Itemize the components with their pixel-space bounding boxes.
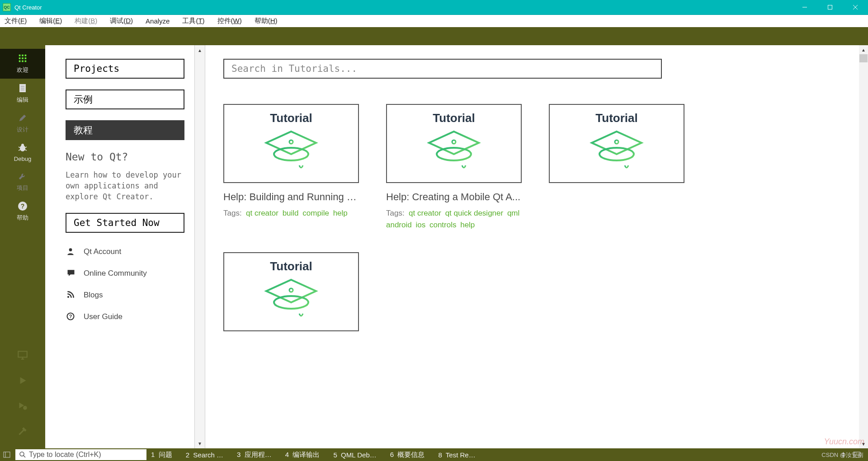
scroll-down-icon[interactable]: ▼ <box>859 439 868 448</box>
svg-rect-1 <box>828 5 832 9</box>
svg-point-38 <box>452 140 456 144</box>
get-started-button[interactable]: Get Started Now <box>66 213 184 233</box>
tag[interactable]: controls <box>429 221 457 229</box>
wrench-icon <box>16 170 29 182</box>
svg-point-18 <box>21 144 24 146</box>
maximize-button[interactable] <box>817 0 843 14</box>
tag[interactable]: android <box>386 221 412 229</box>
menu-F[interactable]: 文件(F) <box>5 17 27 25</box>
welcome-link-blogs[interactable]: Blogs <box>66 284 184 306</box>
svg-rect-11 <box>22 61 24 62</box>
mode-label: 设计 <box>17 126 28 134</box>
svg-point-44 <box>289 288 293 292</box>
tutorial-card[interactable]: Tutorial Help: Creating a Mobile Qt A...… <box>386 104 522 230</box>
svg-text:?: ? <box>69 314 72 320</box>
window-title: Qt Creator <box>14 4 42 11</box>
sidebar-scrollbar[interactable]: ▲ ▼ <box>194 45 205 448</box>
menu-Analyze[interactable]: Analyze <box>146 17 170 25</box>
svg-point-28 <box>23 406 27 410</box>
tutorial-card[interactable]: Tutorial <box>223 252 359 331</box>
output-updown-icon[interactable]: ▲▼ <box>841 452 845 458</box>
tag[interactable]: compile <box>302 209 329 217</box>
close-button[interactable] <box>843 0 868 14</box>
minimize-button[interactable] <box>792 0 817 14</box>
locator-input[interactable]: Type to locate (Ctrl+K) <box>15 449 146 460</box>
play-button[interactable] <box>9 368 36 393</box>
output-pane-1[interactable]: 1 问题 <box>151 451 172 459</box>
welcome-sidebar: Projects示例教程 New to Qt? Learn how to dev… <box>45 45 194 448</box>
output-pane-2[interactable]: 2 Search … <box>186 451 223 459</box>
output-pane-6[interactable]: 6 概要信息 <box>390 451 425 459</box>
welcome-link-user-guide[interactable]: ?User Guide <box>66 306 184 328</box>
tutorial-card[interactable]: Tutorial Help: Building and Running a...… <box>223 104 359 230</box>
scroll-up-icon[interactable]: ▲ <box>195 45 205 55</box>
link-label: Qt Account <box>84 247 121 256</box>
person-icon <box>66 247 78 257</box>
new-to-qt-heading: New to Qt? <box>66 151 184 163</box>
locator-placeholder: Type to locate (Ctrl+K) <box>29 451 101 459</box>
tag[interactable]: qt creator <box>409 209 441 217</box>
welcome-link-qt-account[interactable]: Qt Account <box>66 241 184 263</box>
mode-welcome[interactable]: 欢迎 <box>0 49 45 79</box>
pencil-icon <box>16 112 29 124</box>
svg-line-22 <box>25 150 27 151</box>
menu-E[interactable]: 编辑(E) <box>39 17 62 25</box>
mode-help[interactable]: ?帮助 <box>0 197 45 226</box>
menu-W[interactable]: 控件(W) <box>217 17 242 25</box>
scroll-down-icon[interactable]: ▼ <box>195 438 205 448</box>
mode-rail: 欢迎编辑设计Debug项目?帮助 <box>0 27 45 448</box>
play-bug-button[interactable] <box>9 393 36 419</box>
menu-T[interactable]: 工具(T) <box>182 17 204 25</box>
titlebar: QC Qt Creator <box>0 0 868 14</box>
mode-debug[interactable]: Debug <box>0 138 45 167</box>
tag[interactable]: qml <box>507 209 519 217</box>
tutorials-search-input[interactable]: Search in Tutorials... <box>223 59 662 79</box>
output-pane-3[interactable]: 3 应用程… <box>237 451 272 459</box>
app-icon: QC <box>3 3 11 11</box>
menu-D[interactable]: 调试(D) <box>110 17 133 25</box>
output-pane-5[interactable]: 5 QML Deb… <box>333 451 376 459</box>
question-icon: ? <box>16 200 29 212</box>
hammer-button[interactable] <box>9 419 36 444</box>
tag[interactable]: ios <box>415 221 425 229</box>
svg-line-48 <box>24 456 25 457</box>
menu-B[interactable]: 构建(B) <box>75 17 97 25</box>
toggle-output-button[interactable] <box>850 448 863 461</box>
tag[interactable]: qt creator <box>246 209 278 217</box>
welcome-link-online-community[interactable]: Online Community <box>66 263 184 284</box>
mode-design[interactable]: 设计 <box>0 108 45 138</box>
tutorial-thumb: Tutorial <box>223 252 359 331</box>
scroll-thumb[interactable] <box>859 54 868 62</box>
svg-rect-10 <box>19 61 21 62</box>
svg-line-21 <box>19 150 20 151</box>
tutorials-panel: Search in Tutorials... Tutorial Help: Bu… <box>205 45 859 448</box>
svg-line-19 <box>19 147 20 148</box>
welcome-nav-Projects[interactable]: Projects <box>66 59 184 79</box>
mode-projects[interactable]: 项目 <box>0 167 45 197</box>
main-scrollbar[interactable]: ▲ ▼ <box>859 45 868 448</box>
svg-text:?: ? <box>21 202 25 210</box>
tutorial-card[interactable]: Tutorial <box>549 104 684 230</box>
document-icon <box>16 82 29 94</box>
menu-H[interactable]: 帮助(H) <box>255 17 278 25</box>
toggle-sidebar-button[interactable] <box>0 448 14 461</box>
tutorial-title: Help: Creating a Mobile Qt A... <box>386 191 522 203</box>
scroll-up-icon[interactable]: ▲ <box>859 45 868 54</box>
question-circle-icon: ? <box>66 312 78 322</box>
tag[interactable]: help <box>460 221 475 229</box>
svg-point-29 <box>69 249 72 252</box>
link-label: Blogs <box>84 291 103 300</box>
monitor-button[interactable] <box>9 343 36 368</box>
link-label: User Guide <box>84 312 123 321</box>
tag[interactable]: help <box>333 209 348 217</box>
output-pane-4[interactable]: 4 编译输出 <box>285 451 320 459</box>
tutorial-thumb: Tutorial <box>549 104 684 183</box>
welcome-nav-示例[interactable]: 示例 <box>66 89 184 109</box>
tag[interactable]: qt quick designer <box>445 209 504 217</box>
welcome-nav-教程[interactable]: 教程 <box>66 120 184 140</box>
svg-line-20 <box>25 147 27 148</box>
mode-edit[interactable]: 编辑 <box>0 79 45 108</box>
output-pane-8[interactable]: 8 Test Re… <box>438 451 475 459</box>
tag[interactable]: build <box>283 209 299 217</box>
svg-rect-45 <box>4 452 10 457</box>
